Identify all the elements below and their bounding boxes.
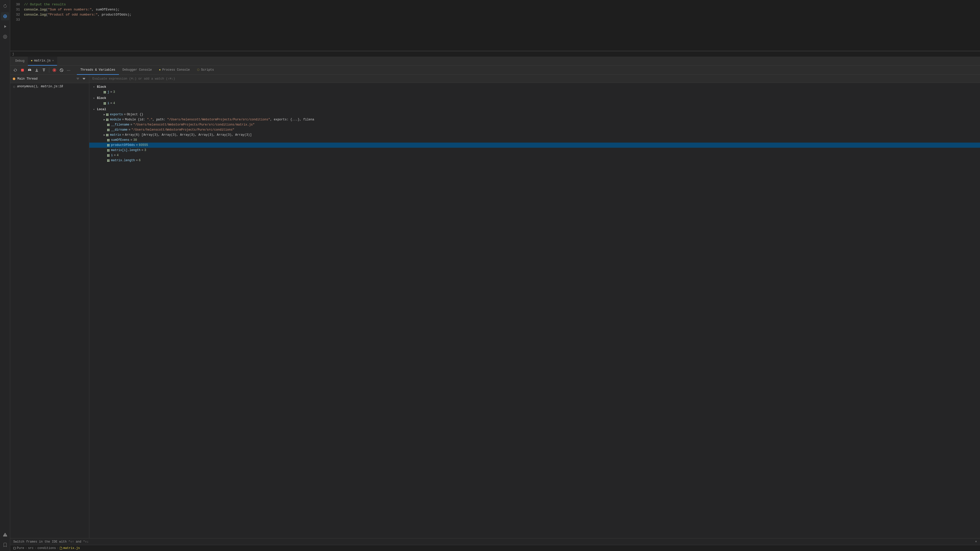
code-line-31: console.log("Sum of even numbers:", sumO… bbox=[23, 7, 980, 12]
debug-section-tabs: Threads & Variables Debugger Console ● P… bbox=[77, 65, 218, 75]
sidebar-icon-rerun[interactable] bbox=[1, 2, 9, 10]
var-module: ▶ module = Module {id: ".", path: "/User… bbox=[89, 117, 980, 122]
var-i-icon bbox=[103, 102, 106, 105]
tab-threads-variables[interactable]: Threads & Variables bbox=[77, 65, 119, 75]
step-over-btn[interactable] bbox=[27, 67, 33, 73]
mute-btn[interactable] bbox=[59, 67, 65, 73]
thread-header: Main Thread bbox=[10, 75, 89, 83]
section-block-2-header[interactable]: ▾ Block bbox=[89, 96, 980, 101]
section-block-1: ▾ Block j = 3 bbox=[89, 84, 980, 95]
breadcrumb-bar: Pure › src › conditions › matrix.js bbox=[10, 545, 980, 551]
expand-module[interactable]: ▶ bbox=[103, 118, 105, 121]
var-productofodd-icon bbox=[107, 144, 110, 146]
variables-panel: Evaluate expression (⌘↓) or add a watch … bbox=[89, 75, 980, 538]
sidebar-icon-bookmark[interactable] bbox=[1, 541, 9, 549]
thread-action-icons bbox=[75, 76, 86, 81]
notification-bar: Switch frames in the IDE with ⌃⇧↑ and ⌃⇧… bbox=[10, 538, 980, 545]
frame-anonymous[interactable]: ▢ anonymous(), matrix.js:18 bbox=[10, 83, 89, 90]
code-line-33 bbox=[23, 17, 980, 22]
stop-btn[interactable] bbox=[19, 67, 25, 73]
frame-label: anonymous(), matrix.js:18 bbox=[17, 85, 63, 88]
filter-btn[interactable] bbox=[75, 76, 80, 81]
svg-point-11 bbox=[54, 69, 56, 71]
step-out-btn[interactable] bbox=[41, 67, 47, 73]
sep-1: › bbox=[25, 546, 27, 550]
thread-status-dot bbox=[13, 78, 15, 80]
debug-panel: Debug ● matrix.js × bbox=[10, 57, 980, 545]
breadcrumb-file[interactable]: matrix.js bbox=[60, 546, 80, 550]
debug-content: Main Thread bbox=[10, 75, 980, 538]
var-module-icon bbox=[106, 119, 108, 121]
var-exports: ▶ exports = Object {} bbox=[89, 112, 980, 117]
var-matrix-i-length: matrix[i].length = 3 bbox=[89, 148, 980, 153]
chevron-block-2: ▾ bbox=[92, 97, 95, 100]
sidebar-icon-warning[interactable] bbox=[1, 530, 9, 539]
section-local-header[interactable]: ▾ Local bbox=[89, 107, 980, 112]
svg-rect-7 bbox=[21, 68, 24, 71]
var-dirname-icon bbox=[107, 129, 110, 131]
var-filename-icon bbox=[107, 124, 110, 126]
expand-matrix[interactable]: ▶ bbox=[103, 133, 105, 137]
expand-btn[interactable] bbox=[81, 76, 86, 81]
threads-panel: Main Thread bbox=[10, 75, 89, 538]
tab-scripts[interactable]: ⬡ Scripts bbox=[193, 65, 218, 75]
watch-bar[interactable]: Evaluate expression (⌘↓) or add a watch … bbox=[89, 75, 980, 83]
var-exports-icon bbox=[106, 114, 108, 116]
breakpoint-btn[interactable] bbox=[51, 67, 57, 73]
code-line-32: console.log("Product of odd numbers:", p… bbox=[23, 12, 980, 17]
sep-2: › bbox=[35, 546, 37, 550]
chevron-block-1: ▾ bbox=[92, 86, 95, 89]
svg-line-13 bbox=[60, 69, 62, 71]
tab-process-console[interactable]: ● Process Console bbox=[156, 65, 193, 75]
chevron-local: ▾ bbox=[92, 108, 95, 111]
notification-close[interactable]: × bbox=[975, 540, 977, 544]
svg-rect-14 bbox=[14, 547, 16, 549]
code-line-30: // Output the results bbox=[23, 2, 980, 7]
var-matrix: ▶ matrix = Array(6) [Array(3), Array(3),… bbox=[89, 132, 980, 138]
svg-marker-6 bbox=[4, 25, 6, 28]
left-sidebar bbox=[0, 0, 10, 551]
breadcrumb-pure[interactable]: Pure bbox=[13, 546, 24, 550]
status-mini: j bbox=[10, 51, 980, 57]
var-dirname: __dirname = "/Users/helenscott/WebstormP… bbox=[89, 127, 980, 132]
tab-matrix-js[interactable]: ● matrix.js × bbox=[28, 57, 57, 65]
var-j: j = 3 bbox=[89, 89, 980, 95]
var-matrix-length: matrix.length = 6 bbox=[89, 158, 980, 163]
var-i-local-icon bbox=[107, 154, 110, 157]
section-block-1-header[interactable]: ▾ Block bbox=[89, 84, 980, 89]
tab-debugger-console[interactable]: Debugger Console bbox=[119, 65, 156, 75]
code-editor: 30 31 32 33 // Output the results consol… bbox=[10, 0, 980, 51]
variables-list: ▾ Block j = 3 bbox=[89, 83, 980, 538]
sep-3: › bbox=[57, 546, 59, 550]
section-block-2: ▾ Block i = 4 bbox=[89, 95, 980, 106]
expand-exports[interactable]: ▶ bbox=[103, 113, 105, 116]
var-i-local: i = 4 bbox=[89, 153, 980, 158]
var-matrix-icon bbox=[106, 134, 108, 136]
var-matrixilen-icon bbox=[107, 149, 110, 151]
restart-btn[interactable] bbox=[12, 67, 18, 73]
var-i-block: i = 4 bbox=[89, 101, 980, 106]
tab-debug[interactable]: Debug bbox=[12, 57, 28, 65]
var-matrixlen-icon bbox=[107, 159, 110, 162]
var-sumofevens-icon bbox=[107, 139, 110, 141]
breadcrumb-src[interactable]: src bbox=[28, 546, 34, 550]
var-filename: __filename = "/Users/helenscott/Webstorm… bbox=[89, 122, 980, 127]
notification-text: Switch frames in the IDE with ⌃⇧↑ and ⌃⇧… bbox=[13, 540, 89, 544]
var-j-icon bbox=[103, 91, 106, 94]
line-numbers: 30 31 32 33 bbox=[10, 0, 23, 51]
var-sum-of-evens: sumOfEvens = 30 bbox=[89, 138, 980, 143]
sidebar-icon-settings[interactable] bbox=[1, 33, 9, 41]
tab-close-button[interactable]: × bbox=[52, 59, 54, 62]
more-btn[interactable]: ··· bbox=[65, 67, 72, 73]
var-product-of-odds: productOfOdds = 93555 bbox=[89, 143, 980, 148]
frame-icon: ▢ bbox=[13, 85, 15, 88]
sidebar-icon-debug[interactable] bbox=[1, 12, 9, 21]
debug-toolbar: ··· Threads & Variables Debugger Console… bbox=[10, 65, 980, 75]
section-local: ▾ Local ▶ exports = O bbox=[89, 106, 980, 164]
sidebar-icon-run[interactable] bbox=[1, 22, 9, 30]
step-into-btn[interactable] bbox=[34, 67, 40, 73]
svg-point-1 bbox=[5, 16, 6, 17]
svg-rect-9 bbox=[43, 68, 45, 69]
code-content[interactable]: // Output the results console.log("Sum o… bbox=[23, 0, 980, 51]
breadcrumb-conditions[interactable]: conditions bbox=[38, 546, 56, 550]
